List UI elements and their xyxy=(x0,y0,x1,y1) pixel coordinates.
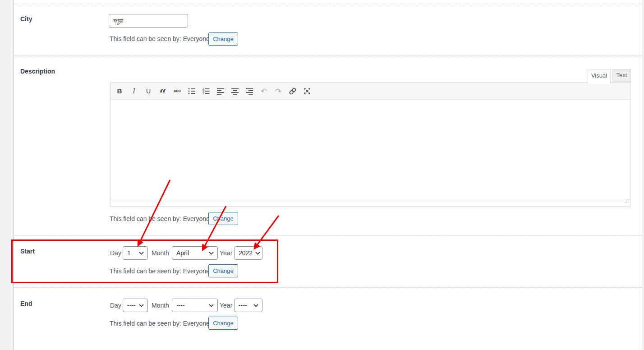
strikethrough-icon[interactable]: ABC xyxy=(171,85,183,97)
start-day-value: 1 xyxy=(127,249,131,257)
start-year-value: 2022 xyxy=(239,249,253,257)
description-visibility-text: This field can be seen by: Everyone xyxy=(110,212,210,225)
description-editor: B I U “ ABC 123 ↶ ↷ xyxy=(110,82,630,207)
row-divider xyxy=(14,287,642,288)
description-field-label: Description xyxy=(20,68,55,75)
start-month-value: April xyxy=(176,249,189,257)
start-month-label: Month xyxy=(152,246,169,260)
end-month-value: ---- xyxy=(176,302,185,309)
start-day-select[interactable]: 1 xyxy=(123,246,148,260)
bulleted-list-icon[interactable] xyxy=(186,85,198,97)
bold-icon[interactable]: B xyxy=(114,85,125,97)
chevron-down-icon xyxy=(209,252,214,255)
tab-text[interactable]: Text xyxy=(612,69,631,82)
align-right-icon[interactable] xyxy=(244,85,255,97)
end-month-select[interactable]: ---- xyxy=(172,299,218,312)
start-year-label: Year xyxy=(220,246,232,260)
editor-content-area[interactable] xyxy=(110,100,630,199)
redo-icon[interactable]: ↷ xyxy=(272,85,284,97)
end-day-value: ---- xyxy=(127,302,136,309)
align-left-icon[interactable] xyxy=(215,85,226,97)
start-field-label: Start xyxy=(20,248,35,255)
end-day-label: Day xyxy=(110,299,121,312)
end-day-select[interactable]: ---- xyxy=(123,299,148,312)
row-divider xyxy=(14,235,642,236)
underline-icon[interactable]: U xyxy=(143,85,154,97)
end-month-label: Month xyxy=(152,299,169,312)
chevron-down-icon xyxy=(139,252,144,255)
link-icon[interactable] xyxy=(287,85,299,97)
city-visibility-text: This field can be seen by: Everyone xyxy=(110,32,210,45)
city-input[interactable] xyxy=(109,14,188,28)
start-month-select[interactable]: April xyxy=(172,246,218,260)
end-change-visibility-button[interactable]: Change xyxy=(208,317,238,330)
start-visibility-text: This field can be seen by: Everyone xyxy=(110,265,210,277)
chevron-down-icon xyxy=(139,304,144,307)
chevron-down-icon xyxy=(253,304,258,307)
profile-edit-page: { "colors": { "annotation": "#f10000", "… xyxy=(0,0,644,350)
tab-visual[interactable]: Visual xyxy=(588,69,611,84)
row-divider xyxy=(14,4,642,4)
align-center-icon[interactable] xyxy=(229,85,241,97)
description-change-visibility-button[interactable]: Change xyxy=(208,212,238,225)
resize-grip[interactable] xyxy=(624,197,629,205)
start-year-select[interactable]: 2022 xyxy=(234,246,262,260)
end-year-label: Year xyxy=(220,299,232,312)
end-visibility-text: This field can be seen by: Everyone xyxy=(110,317,210,330)
numbered-list-icon[interactable]: 123 xyxy=(200,85,212,97)
italic-icon[interactable]: I xyxy=(128,85,140,97)
end-field-label: End xyxy=(20,300,32,307)
chevron-down-icon xyxy=(255,252,260,255)
city-field-label: City xyxy=(20,15,32,23)
svg-text:3: 3 xyxy=(202,92,204,95)
editor-toolbar: B I U “ ABC 123 ↶ ↷ xyxy=(110,83,630,100)
fullscreen-icon[interactable] xyxy=(301,85,313,97)
end-year-value: ---- xyxy=(239,302,247,309)
row-divider xyxy=(14,55,642,55)
start-day-label: Day xyxy=(110,246,121,260)
blockquote-icon[interactable]: “ xyxy=(157,85,169,97)
city-change-visibility-button[interactable]: Change xyxy=(208,32,238,46)
editor-statusbar xyxy=(110,199,630,206)
start-change-visibility-button[interactable]: Change xyxy=(208,264,238,277)
undo-icon[interactable]: ↶ xyxy=(258,85,270,97)
chevron-down-icon xyxy=(209,304,214,307)
end-year-select[interactable]: ---- xyxy=(234,299,262,312)
